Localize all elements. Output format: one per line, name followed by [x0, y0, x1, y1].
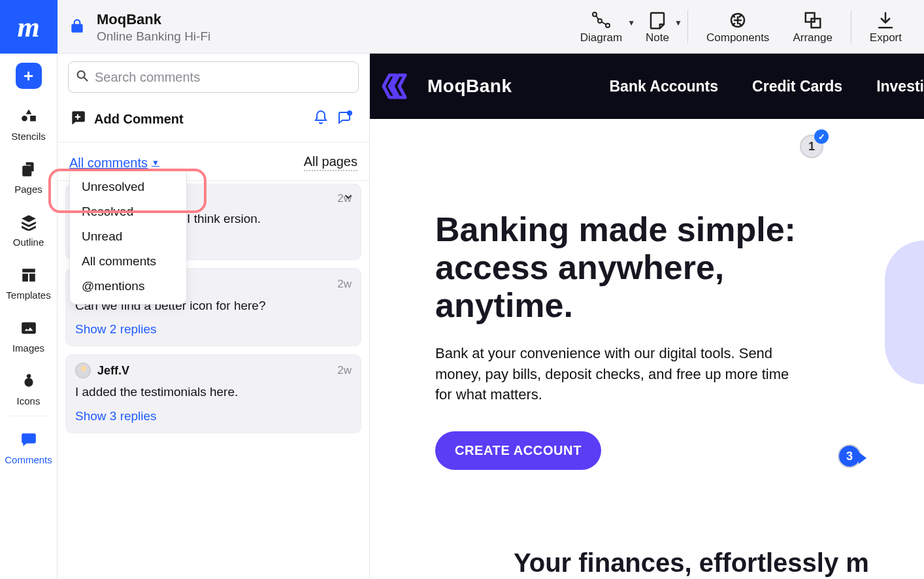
comments-icon	[17, 428, 41, 452]
comment-settings-icon[interactable]	[333, 107, 357, 131]
top-toolbar: MoqBank Online Banking Hi-Fi Diagram ▼ N…	[58, 0, 924, 54]
tool-arrange[interactable]: Arrange	[781, 9, 844, 44]
menu-item-unresolved[interactable]: Unresolved	[70, 174, 186, 199]
tool-components[interactable]: Components	[695, 9, 781, 44]
caret-down-icon: ▼	[152, 158, 159, 167]
tool-label: Diagram	[580, 31, 622, 44]
search-comments[interactable]	[68, 61, 359, 93]
icons-icon	[17, 369, 41, 393]
comments-panel: Add Comment All comments ▼ All pages 2w …	[58, 54, 370, 579]
note-icon	[648, 9, 667, 31]
rail-comments[interactable]: Comments	[0, 422, 58, 472]
comment-author: Jeff.V	[97, 364, 129, 378]
chevron-down-icon[interactable]	[342, 191, 354, 205]
design-canvas[interactable]: MoqBank Bank Accounts Credit Cards Inves…	[370, 54, 924, 579]
mock-subheadline: Your finances, effortlessly m	[514, 548, 924, 578]
images-icon	[17, 316, 41, 340]
tool-export[interactable]: Export	[858, 9, 924, 44]
comment-filter-menu[interactable]: Unresolved Resolved Unread All comments …	[69, 169, 187, 305]
rail-label: Icons	[0, 395, 58, 406]
project-info[interactable]: MoqBank Online Banking Hi-Fi	[97, 10, 210, 44]
menu-item-resolved[interactable]: Resolved	[70, 199, 186, 224]
comment-timestamp: 2w	[337, 364, 352, 377]
tool-note[interactable]: Note ▼	[634, 9, 681, 44]
filter-pages-dropdown[interactable]: All pages	[304, 154, 357, 171]
app-logo[interactable]: m	[0, 0, 58, 54]
bell-icon[interactable]	[309, 107, 333, 131]
toolbar-separator	[851, 10, 851, 43]
menu-item-mentions[interactable]: @mentions	[70, 274, 186, 299]
mock-hero: Banking made simple: access anywhere, an…	[370, 119, 814, 470]
marker-number: 1	[808, 140, 815, 154]
tool-diagram[interactable]: Diagram ▼	[569, 9, 634, 44]
templates-icon	[17, 263, 41, 287]
rail-label: Comments	[0, 454, 58, 465]
comment-marker-1[interactable]: 1 ✓	[800, 135, 823, 158]
search-icon	[75, 69, 90, 86]
nav-bank-accounts[interactable]: Bank Accounts	[610, 78, 719, 95]
show-replies-link[interactable]: Show 3 replies	[75, 409, 352, 423]
moqbank-logo-icon	[382, 73, 412, 100]
svg-rect-4	[811, 18, 820, 27]
decorative-blob	[885, 240, 924, 384]
hero-title: Banking made simple: access anywhere, an…	[435, 210, 814, 325]
rail-label: Templates	[0, 290, 58, 301]
rail-label: Images	[0, 342, 58, 354]
components-icon	[728, 9, 748, 31]
rail-label: Pages	[0, 184, 58, 195]
svg-rect-3	[805, 12, 814, 22]
project-title: MoqBank	[97, 11, 210, 28]
tool-label: Export	[870, 31, 902, 44]
svg-point-6	[347, 110, 352, 116]
comment-body: I added the testimonials here.	[75, 384, 352, 401]
check-icon: ✓	[814, 129, 829, 144]
comment-marker-3[interactable]: 3	[838, 444, 861, 468]
logo-m-icon: m	[17, 10, 39, 44]
tool-label: Note	[646, 31, 669, 44]
rail-outline[interactable]: Outline	[0, 201, 58, 254]
add-comment-label[interactable]: Add Comment	[94, 112, 184, 127]
tool-label: Components	[706, 31, 769, 44]
project-subtitle: Online Banking Hi-Fi	[97, 29, 210, 44]
rail-pages[interactable]: Pages	[0, 148, 58, 201]
pages-icon	[17, 157, 41, 181]
export-icon	[876, 9, 895, 31]
menu-item-unread[interactable]: Unread	[70, 224, 186, 249]
create-account-button[interactable]: CREATE ACCOUNT	[435, 431, 601, 470]
rail-label: Stencils	[0, 131, 58, 142]
rail-separator	[8, 416, 48, 416]
menu-item-all[interactable]: All comments	[70, 249, 186, 274]
hero-body: Bank at your convenience with our digita…	[435, 343, 801, 406]
search-input[interactable]	[95, 70, 352, 85]
marker-number: 3	[846, 450, 853, 463]
rail-icons[interactable]: Icons	[0, 360, 58, 413]
add-comment-row: Add Comment	[58, 99, 369, 142]
mock-nav: Bank Accounts Credit Cards Investi	[610, 78, 925, 95]
comment-thread[interactable]: Jeff.V 2w I added the testimonials here.…	[65, 354, 361, 433]
caret-down-icon: ▼	[674, 18, 682, 27]
nav-investing[interactable]: Investi	[876, 78, 924, 95]
mock-site-header: MoqBank Bank Accounts Credit Cards Inves…	[370, 54, 924, 119]
mock-brand: MoqBank	[427, 76, 512, 97]
rail-label: Outline	[0, 237, 58, 248]
arrange-icon	[803, 9, 823, 31]
add-comment-icon[interactable]	[69, 109, 86, 129]
tool-label: Arrange	[793, 31, 832, 44]
rail-images[interactable]: Images	[0, 307, 58, 360]
rail-templates[interactable]: Templates	[0, 254, 58, 307]
stencils-icon	[17, 105, 41, 128]
plus-icon: +	[16, 63, 42, 89]
avatar	[75, 363, 91, 378]
add-button[interactable]: +	[0, 54, 58, 95]
diagram-icon	[591, 9, 612, 31]
toolbar-separator	[687, 10, 688, 43]
rail-stencils[interactable]: Stencils	[0, 95, 58, 148]
nav-credit-cards[interactable]: Credit Cards	[752, 78, 842, 95]
comment-timestamp: 2w	[337, 278, 352, 291]
show-replies-link[interactable]: Show 2 replies	[75, 322, 352, 337]
lock-icon[interactable]	[58, 17, 97, 37]
outline-icon	[17, 210, 41, 234]
left-rail: m + Stencils Pages Outline Templates Ima…	[0, 0, 58, 579]
